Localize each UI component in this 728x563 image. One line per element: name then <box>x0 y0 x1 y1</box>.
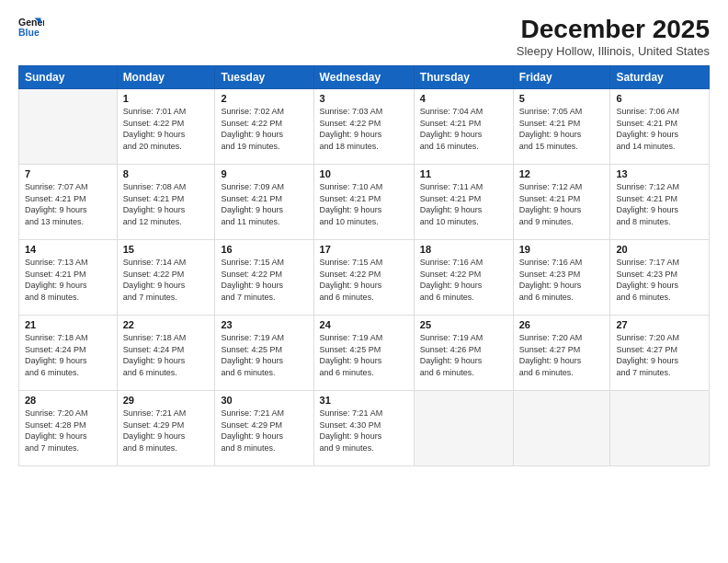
page: General Blue December 2025 Sleepy Hollow… <box>0 0 728 563</box>
calendar-day: 6Sunrise: 7:06 AMSunset: 4:21 PMDaylight… <box>610 89 710 165</box>
day-number: 16 <box>221 244 307 255</box>
day-info: Sunrise: 7:05 AMSunset: 4:21 PMDaylight:… <box>519 106 605 152</box>
calendar-day: 3Sunrise: 7:03 AMSunset: 4:22 PMDaylight… <box>313 89 414 165</box>
calendar-day: 21Sunrise: 7:18 AMSunset: 4:24 PMDayligh… <box>19 316 118 391</box>
day-info: Sunrise: 7:19 AMSunset: 4:26 PMDaylight:… <box>420 332 507 378</box>
day-number: 6 <box>616 93 703 104</box>
calendar-day: 15Sunrise: 7:14 AMSunset: 4:22 PMDayligh… <box>117 240 215 316</box>
day-info: Sunrise: 7:12 AMSunset: 4:21 PMDaylight:… <box>616 181 703 227</box>
day-number: 3 <box>320 93 408 104</box>
day-info: Sunrise: 7:04 AMSunset: 4:21 PMDaylight:… <box>420 106 507 152</box>
calendar-day: 30Sunrise: 7:21 AMSunset: 4:29 PMDayligh… <box>215 391 313 466</box>
day-info: Sunrise: 7:03 AMSunset: 4:22 PMDaylight:… <box>320 106 408 152</box>
calendar-day: 5Sunrise: 7:05 AMSunset: 4:21 PMDaylight… <box>513 89 610 165</box>
calendar-day: 2Sunrise: 7:02 AMSunset: 4:22 PMDaylight… <box>215 89 313 165</box>
day-number: 9 <box>221 168 307 179</box>
day-number: 25 <box>420 319 507 330</box>
day-number: 17 <box>320 244 408 255</box>
day-info: Sunrise: 7:11 AMSunset: 4:21 PMDaylight:… <box>420 181 507 227</box>
calendar-day: 13Sunrise: 7:12 AMSunset: 4:21 PMDayligh… <box>610 165 710 240</box>
day-info: Sunrise: 7:16 AMSunset: 4:22 PMDaylight:… <box>420 257 507 303</box>
col-thursday: Thursday <box>414 66 513 89</box>
day-info: Sunrise: 7:07 AMSunset: 4:21 PMDaylight:… <box>25 181 111 227</box>
calendar-day: 8Sunrise: 7:08 AMSunset: 4:21 PMDaylight… <box>117 165 215 240</box>
col-monday: Monday <box>117 66 215 89</box>
calendar-day: 11Sunrise: 7:11 AMSunset: 4:21 PMDayligh… <box>414 165 513 240</box>
day-number: 19 <box>519 244 605 255</box>
day-number: 24 <box>320 319 408 330</box>
col-saturday: Saturday <box>610 66 710 89</box>
day-number: 8 <box>123 168 210 179</box>
header: General Blue December 2025 Sleepy Hollow… <box>18 15 710 58</box>
calendar: Sunday Monday Tuesday Wednesday Thursday… <box>18 65 710 466</box>
calendar-day: 7Sunrise: 7:07 AMSunset: 4:21 PMDaylight… <box>19 165 118 240</box>
title-block: December 2025 Sleepy Hollow, Illinois, U… <box>517 15 710 58</box>
calendar-week-5: 28Sunrise: 7:20 AMSunset: 4:28 PMDayligh… <box>19 391 710 466</box>
day-info: Sunrise: 7:14 AMSunset: 4:22 PMDaylight:… <box>123 257 210 303</box>
calendar-day <box>513 391 610 466</box>
calendar-week-3: 14Sunrise: 7:13 AMSunset: 4:21 PMDayligh… <box>19 240 710 316</box>
day-info: Sunrise: 7:21 AMSunset: 4:29 PMDaylight:… <box>221 408 307 454</box>
calendar-day: 17Sunrise: 7:15 AMSunset: 4:22 PMDayligh… <box>313 240 414 316</box>
calendar-week-1: 1Sunrise: 7:01 AMSunset: 4:22 PMDaylight… <box>19 89 710 165</box>
day-number: 13 <box>616 168 703 179</box>
day-info: Sunrise: 7:15 AMSunset: 4:22 PMDaylight:… <box>320 257 408 303</box>
calendar-day: 16Sunrise: 7:15 AMSunset: 4:22 PMDayligh… <box>215 240 313 316</box>
day-info: Sunrise: 7:02 AMSunset: 4:22 PMDaylight:… <box>221 106 307 152</box>
day-number: 14 <box>25 244 111 255</box>
calendar-week-2: 7Sunrise: 7:07 AMSunset: 4:21 PMDaylight… <box>19 165 710 240</box>
calendar-day: 1Sunrise: 7:01 AMSunset: 4:22 PMDaylight… <box>117 89 215 165</box>
day-number: 11 <box>420 168 507 179</box>
day-info: Sunrise: 7:17 AMSunset: 4:23 PMDaylight:… <box>616 257 703 303</box>
calendar-day: 9Sunrise: 7:09 AMSunset: 4:21 PMDaylight… <box>215 165 313 240</box>
day-info: Sunrise: 7:21 AMSunset: 4:30 PMDaylight:… <box>320 408 408 454</box>
calendar-day: 19Sunrise: 7:16 AMSunset: 4:23 PMDayligh… <box>513 240 610 316</box>
day-info: Sunrise: 7:15 AMSunset: 4:22 PMDaylight:… <box>221 257 307 303</box>
calendar-day: 10Sunrise: 7:10 AMSunset: 4:21 PMDayligh… <box>313 165 414 240</box>
day-info: Sunrise: 7:19 AMSunset: 4:25 PMDaylight:… <box>320 332 408 378</box>
day-number: 27 <box>616 319 703 330</box>
calendar-day: 28Sunrise: 7:20 AMSunset: 4:28 PMDayligh… <box>19 391 118 466</box>
day-number: 23 <box>221 319 307 330</box>
month-title: December 2025 <box>517 15 710 44</box>
day-number: 20 <box>616 244 703 255</box>
col-wednesday: Wednesday <box>313 66 414 89</box>
calendar-day <box>610 391 710 466</box>
location: Sleepy Hollow, Illinois, United States <box>517 44 710 58</box>
day-info: Sunrise: 7:16 AMSunset: 4:23 PMDaylight:… <box>519 257 605 303</box>
day-number: 21 <box>25 319 111 330</box>
day-info: Sunrise: 7:12 AMSunset: 4:21 PMDaylight:… <box>519 181 605 227</box>
calendar-day: 31Sunrise: 7:21 AMSunset: 4:30 PMDayligh… <box>313 391 414 466</box>
calendar-day: 25Sunrise: 7:19 AMSunset: 4:26 PMDayligh… <box>414 316 513 391</box>
col-sunday: Sunday <box>19 66 118 89</box>
calendar-header-row: Sunday Monday Tuesday Wednesday Thursday… <box>19 66 710 89</box>
calendar-body: 1Sunrise: 7:01 AMSunset: 4:22 PMDaylight… <box>19 89 710 466</box>
calendar-day: 4Sunrise: 7:04 AMSunset: 4:21 PMDaylight… <box>414 89 513 165</box>
day-info: Sunrise: 7:10 AMSunset: 4:21 PMDaylight:… <box>320 181 408 227</box>
day-number: 31 <box>320 395 408 406</box>
calendar-day: 26Sunrise: 7:20 AMSunset: 4:27 PMDayligh… <box>513 316 610 391</box>
calendar-day: 29Sunrise: 7:21 AMSunset: 4:29 PMDayligh… <box>117 391 215 466</box>
calendar-day: 22Sunrise: 7:18 AMSunset: 4:24 PMDayligh… <box>117 316 215 391</box>
calendar-day <box>414 391 513 466</box>
day-number: 15 <box>123 244 210 255</box>
day-number: 26 <box>519 319 605 330</box>
logo: General Blue <box>18 15 44 40</box>
day-info: Sunrise: 7:08 AMSunset: 4:21 PMDaylight:… <box>123 181 210 227</box>
calendar-day: 20Sunrise: 7:17 AMSunset: 4:23 PMDayligh… <box>610 240 710 316</box>
day-number: 30 <box>221 395 307 406</box>
day-number: 10 <box>320 168 408 179</box>
day-number: 29 <box>123 395 210 406</box>
calendar-day: 12Sunrise: 7:12 AMSunset: 4:21 PMDayligh… <box>513 165 610 240</box>
day-info: Sunrise: 7:20 AMSunset: 4:27 PMDaylight:… <box>616 332 703 378</box>
day-info: Sunrise: 7:18 AMSunset: 4:24 PMDaylight:… <box>25 332 111 378</box>
calendar-day: 27Sunrise: 7:20 AMSunset: 4:27 PMDayligh… <box>610 316 710 391</box>
day-info: Sunrise: 7:21 AMSunset: 4:29 PMDaylight:… <box>123 408 210 454</box>
day-number: 22 <box>123 319 210 330</box>
day-info: Sunrise: 7:13 AMSunset: 4:21 PMDaylight:… <box>25 257 111 303</box>
col-friday: Friday <box>513 66 610 89</box>
day-number: 2 <box>221 93 307 104</box>
calendar-week-4: 21Sunrise: 7:18 AMSunset: 4:24 PMDayligh… <box>19 316 710 391</box>
day-number: 12 <box>519 168 605 179</box>
calendar-day: 14Sunrise: 7:13 AMSunset: 4:21 PMDayligh… <box>19 240 118 316</box>
